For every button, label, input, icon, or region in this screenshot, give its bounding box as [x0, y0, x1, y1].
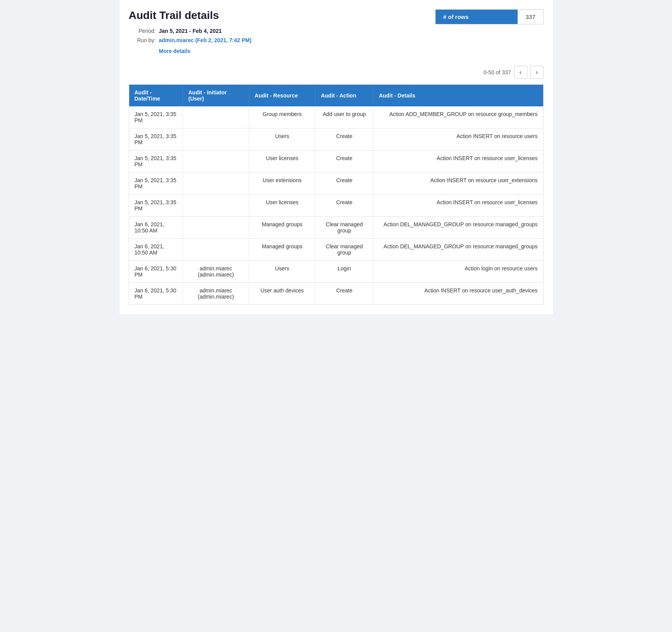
cell-details: Action login on resource users — [373, 261, 543, 283]
cell-initiator — [183, 217, 249, 239]
cell-initiator: admin.miarec (admin.miarec) — [183, 261, 249, 283]
cell-action: Clear managed group — [315, 217, 373, 239]
pagination-prev-button[interactable]: ‹ — [514, 66, 527, 79]
table-header-row: Audit - Date/Time Audit - Initiator (Use… — [129, 85, 543, 107]
cell-details: Action INSERT on resource user_extension… — [373, 173, 543, 195]
cell-action: Login — [315, 261, 373, 283]
table-row: Jan 5, 2021, 3:35 PMUsersCreateAction IN… — [129, 128, 543, 150]
cell-action: Create — [315, 283, 373, 305]
cell-datetime: Jan 5, 2021, 3:35 PM — [129, 195, 183, 217]
runby-link[interactable]: admin.miarec (Feb 2, 2021, 7:42 PM) — [159, 37, 252, 43]
cell-resource: Group members — [249, 106, 315, 128]
col-header-datetime: Audit - Date/Time — [129, 85, 183, 107]
cell-details: Action INSERT on resource user_licenses — [373, 150, 543, 173]
cell-details: Action DEL_MANAGED_GROUP on resource man… — [373, 217, 543, 239]
cell-details: Action INSERT on resource user_auth_devi… — [373, 283, 543, 305]
period-value: Jan 5, 2021 - Feb 4, 2021 — [159, 28, 222, 34]
more-details-link[interactable]: More details — [159, 48, 252, 54]
cell-details: Action INSERT on resource users — [373, 128, 543, 150]
cell-action: Create — [315, 173, 373, 195]
cell-action: Create — [315, 128, 373, 150]
table-row: Jan 5, 2021, 3:35 PMGroup membersAdd use… — [129, 106, 543, 128]
cell-datetime: Jan 5, 2021, 3:35 PM — [129, 106, 183, 128]
cell-resource: User auth devices — [249, 283, 315, 305]
cell-datetime: Jan 6, 2021, 10:50 AM — [129, 239, 183, 261]
runby-label: Run by: — [129, 37, 156, 43]
cell-initiator — [183, 128, 249, 150]
page-title: Audit Trail details — [129, 9, 252, 22]
cell-action: Clear managed group — [315, 239, 373, 261]
cell-datetime: Jan 5, 2021, 3:35 PM — [129, 173, 183, 195]
cell-resource: User licenses — [249, 150, 315, 173]
table-row: Jan 6, 2021, 10:50 AMManaged groupsClear… — [129, 239, 543, 261]
cell-action: Create — [315, 150, 373, 173]
cell-initiator — [183, 195, 249, 217]
cell-resource: User extensions — [249, 173, 315, 195]
cell-details: Action INSERT on resource user_licenses — [373, 195, 543, 217]
table-row: Jan 5, 2021, 3:35 PMUser licensesCreateA… — [129, 150, 543, 173]
cell-initiator — [183, 106, 249, 128]
cell-resource: Managed groups — [249, 217, 315, 239]
cell-resource: Users — [249, 128, 315, 150]
cell-datetime: Jan 6, 2021, 5:30 PM — [129, 283, 183, 305]
cell-details: Action DEL_MANAGED_GROUP on resource man… — [373, 239, 543, 261]
pagination-bar: 0-50 of 337 ‹ › — [129, 62, 544, 83]
table-row: Jan 6, 2021, 10:50 AMManaged groupsClear… — [129, 217, 543, 239]
col-header-details: Audit - Details — [373, 85, 543, 107]
cell-resource: Managed groups — [249, 239, 315, 261]
rows-badge: # of rows 337 — [435, 9, 544, 24]
table-row: Jan 5, 2021, 3:35 PMUser extensionsCreat… — [129, 173, 543, 195]
table-row: Jan 5, 2021, 3:35 PMUser licensesCreateA… — [129, 195, 543, 217]
cell-initiator: admin.miarec (admin.miarec) — [183, 283, 249, 305]
cell-initiator — [183, 239, 249, 261]
cell-resource: Users — [249, 261, 315, 283]
cell-action: Add user to group — [315, 106, 373, 128]
cell-datetime: Jan 5, 2021, 3:35 PM — [129, 128, 183, 150]
pagination-info: 0-50 of 337 — [484, 69, 511, 75]
table-row: Jan 6, 2021, 5:30 PMadmin.miarec (admin.… — [129, 261, 543, 283]
table-row: Jan 6, 2021, 5:30 PMadmin.miarec (admin.… — [129, 283, 543, 305]
cell-initiator — [183, 150, 249, 173]
cell-details: Action ADD_MEMBER_GROUP on resource grou… — [373, 106, 543, 128]
cell-action: Create — [315, 195, 373, 217]
col-header-initiator: Audit - Initiator (User) — [183, 85, 249, 107]
rows-badge-value: 337 — [518, 10, 543, 24]
audit-table: Audit - Date/Time Audit - Initiator (Use… — [129, 84, 544, 305]
pagination-next-button[interactable]: › — [530, 66, 544, 79]
cell-datetime: Jan 6, 2021, 10:50 AM — [129, 217, 183, 239]
period-label: Period: — [129, 28, 156, 34]
rows-badge-label: # of rows — [436, 10, 518, 24]
cell-datetime: Jan 5, 2021, 3:35 PM — [129, 150, 183, 173]
col-header-action: Audit - Action — [315, 85, 373, 107]
cell-resource: User licenses — [249, 195, 315, 217]
col-header-resource: Audit - Resource — [249, 85, 315, 107]
cell-initiator — [183, 173, 249, 195]
cell-datetime: Jan 6, 2021, 5:30 PM — [129, 261, 183, 283]
